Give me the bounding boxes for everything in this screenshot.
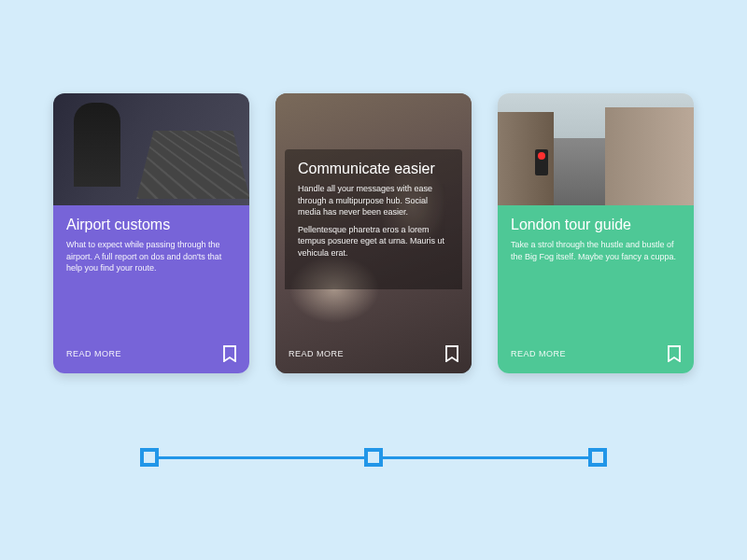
cards-container: Airport customs What to expect while pas…	[0, 0, 747, 373]
read-more-button[interactable]: READ MORE	[511, 349, 566, 358]
read-more-button[interactable]: READ MORE	[66, 349, 121, 358]
card-communicate-easier[interactable]: Communicate easier Handle all your messa…	[275, 93, 472, 373]
slider-handle[interactable]	[140, 448, 159, 467]
bookmark-icon[interactable]	[668, 345, 681, 362]
card-title: Communicate easier	[298, 161, 449, 177]
card-description: What to expect while passing through the…	[66, 239, 236, 274]
card-image	[53, 93, 249, 205]
traffic-light-icon	[535, 149, 548, 175]
slider[interactable]	[140, 448, 607, 467]
slider-handle[interactable]	[588, 448, 607, 467]
card-title: London tour guide	[511, 217, 681, 233]
card-footer: READ MORE	[275, 334, 472, 373]
slider-handle[interactable]	[364, 448, 383, 467]
card-body: London tour guide Take a strol through t…	[498, 205, 694, 373]
card-body: Airport customs What to expect while pas…	[53, 205, 249, 373]
card-description: Take a strol through the hustle and bust…	[511, 239, 681, 262]
bookmark-icon[interactable]	[223, 345, 236, 362]
card-image	[498, 93, 694, 205]
bookmark-icon[interactable]	[445, 345, 458, 362]
card-footer: READ MORE	[53, 334, 249, 373]
read-more-button[interactable]: READ MORE	[289, 349, 344, 358]
card-description: Handle all your messages with ease throu…	[298, 183, 449, 259]
card-footer: READ MORE	[498, 334, 694, 373]
card-body: Communicate easier Handle all your messa…	[285, 149, 462, 289]
card-airport-customs[interactable]: Airport customs What to expect while pas…	[53, 93, 249, 373]
card-title: Airport customs	[66, 217, 236, 233]
card-london-tour-guide[interactable]: London tour guide Take a strol through t…	[498, 93, 694, 373]
